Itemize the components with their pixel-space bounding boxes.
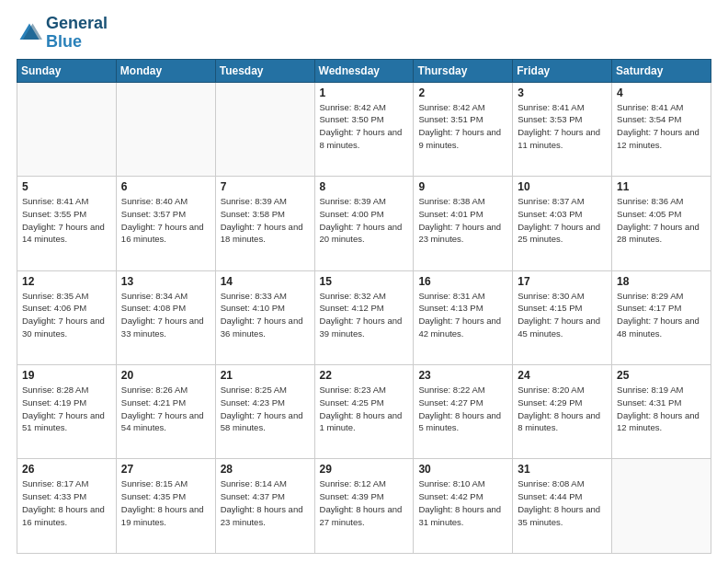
day-info: Sunrise: 8:40 AMSunset: 3:57 PMDaylight:… [121,195,210,246]
calendar-cell: 30Sunrise: 8:10 AMSunset: 4:42 PMDayligh… [414,459,513,554]
calendar-cell: 11Sunrise: 8:36 AMSunset: 4:05 PMDayligh… [612,177,711,270]
day-info: Sunrise: 8:32 AMSunset: 4:12 PMDaylight:… [320,290,409,340]
day-number: 30 [418,463,507,476]
day-info: Sunrise: 8:42 AMSunset: 3:51 PMDaylight:… [418,101,507,152]
calendar-cell [215,82,314,176]
calendar-cell: 10Sunrise: 8:37 AMSunset: 4:03 PMDayligh… [513,177,612,270]
day-number: 8 [320,180,409,193]
day-number: 3 [518,86,607,99]
calendar-cell: 1Sunrise: 8:42 AMSunset: 3:50 PMDaylight… [314,82,414,176]
day-number: 28 [221,463,310,476]
day-info: Sunrise: 8:26 AMSunset: 4:21 PMDaylight:… [121,384,210,434]
day-info: Sunrise: 8:38 AMSunset: 4:01 PMDaylight:… [418,195,507,246]
day-number: 27 [121,463,210,476]
weekday-header: Sunday [17,59,117,82]
day-info: Sunrise: 8:37 AMSunset: 4:03 PMDaylight:… [518,195,607,246]
day-number: 4 [617,86,706,99]
day-info: Sunrise: 8:31 AMSunset: 4:13 PMDaylight:… [418,290,507,340]
day-info: Sunrise: 8:23 AMSunset: 4:25 PMDaylight:… [320,384,409,434]
day-number: 22 [320,369,409,382]
day-info: Sunrise: 8:41 AMSunset: 3:55 PMDaylight:… [22,195,111,246]
day-info: Sunrise: 8:39 AMSunset: 3:58 PMDaylight:… [221,195,310,246]
day-number: 18 [617,275,706,288]
day-info: Sunrise: 8:22 AMSunset: 4:27 PMDaylight:… [418,384,507,434]
day-info: Sunrise: 8:25 AMSunset: 4:23 PMDaylight:… [221,384,310,434]
calendar-week-row: 26Sunrise: 8:17 AMSunset: 4:33 PMDayligh… [17,459,711,554]
calendar-cell [612,459,711,554]
calendar-cell: 18Sunrise: 8:29 AMSunset: 4:17 PMDayligh… [612,270,711,364]
weekday-header: Saturday [612,59,711,82]
day-number: 10 [518,180,607,193]
day-number: 9 [418,180,507,193]
calendar-cell: 27Sunrise: 8:15 AMSunset: 4:35 PMDayligh… [116,459,215,554]
day-number: 16 [418,275,507,288]
day-number: 17 [518,275,607,288]
weekday-header: Friday [513,59,612,82]
calendar-header-row: SundayMondayTuesdayWednesdayThursdayFrid… [17,59,711,82]
header: General Blue [17,15,711,52]
day-number: 14 [221,275,310,288]
calendar-cell: 3Sunrise: 8:41 AMSunset: 3:53 PMDaylight… [513,82,612,176]
calendar-cell: 14Sunrise: 8:33 AMSunset: 4:10 PMDayligh… [215,270,314,364]
day-number: 7 [221,180,310,193]
weekday-header: Monday [116,59,215,82]
calendar-cell: 6Sunrise: 8:40 AMSunset: 3:57 PMDaylight… [116,177,215,270]
calendar-cell: 19Sunrise: 8:28 AMSunset: 4:19 PMDayligh… [17,365,117,459]
day-info: Sunrise: 8:12 AMSunset: 4:39 PMDaylight:… [320,477,409,528]
day-info: Sunrise: 8:30 AMSunset: 4:15 PMDaylight:… [518,290,607,340]
calendar-cell: 9Sunrise: 8:38 AMSunset: 4:01 PMDaylight… [414,177,513,270]
day-info: Sunrise: 8:29 AMSunset: 4:17 PMDaylight:… [617,290,706,340]
calendar-cell: 23Sunrise: 8:22 AMSunset: 4:27 PMDayligh… [414,365,513,459]
weekday-header: Tuesday [215,59,314,82]
day-info: Sunrise: 8:36 AMSunset: 4:05 PMDaylight:… [617,195,706,246]
calendar-cell: 26Sunrise: 8:17 AMSunset: 4:33 PMDayligh… [17,459,117,554]
calendar-cell: 12Sunrise: 8:35 AMSunset: 4:06 PMDayligh… [17,270,117,364]
calendar-table: SundayMondayTuesdayWednesdayThursdayFrid… [17,59,711,554]
calendar-cell: 28Sunrise: 8:14 AMSunset: 4:37 PMDayligh… [215,459,314,554]
calendar-cell: 21Sunrise: 8:25 AMSunset: 4:23 PMDayligh… [215,365,314,459]
calendar-cell: 2Sunrise: 8:42 AMSunset: 3:51 PMDaylight… [414,82,513,176]
day-info: Sunrise: 8:14 AMSunset: 4:37 PMDaylight:… [221,477,310,528]
day-number: 25 [617,369,706,382]
day-info: Sunrise: 8:41 AMSunset: 3:53 PMDaylight:… [518,101,607,152]
calendar-cell: 25Sunrise: 8:19 AMSunset: 4:31 PMDayligh… [612,365,711,459]
day-number: 1 [320,86,409,99]
day-info: Sunrise: 8:17 AMSunset: 4:33 PMDaylight:… [22,477,111,528]
day-info: Sunrise: 8:41 AMSunset: 3:54 PMDaylight:… [617,101,706,152]
day-info: Sunrise: 8:28 AMSunset: 4:19 PMDaylight:… [22,384,111,434]
calendar-cell [17,82,117,176]
calendar-cell [116,82,215,176]
day-number: 5 [22,180,111,193]
day-info: Sunrise: 8:20 AMSunset: 4:29 PMDaylight:… [518,384,607,434]
calendar-cell: 7Sunrise: 8:39 AMSunset: 3:58 PMDaylight… [215,177,314,270]
calendar-cell: 13Sunrise: 8:34 AMSunset: 4:08 PMDayligh… [116,270,215,364]
day-info: Sunrise: 8:08 AMSunset: 4:44 PMDaylight:… [518,477,607,528]
day-number: 20 [121,369,210,382]
day-info: Sunrise: 8:39 AMSunset: 4:00 PMDaylight:… [320,195,409,246]
day-info: Sunrise: 8:42 AMSunset: 3:50 PMDaylight:… [320,101,409,152]
calendar-cell: 17Sunrise: 8:30 AMSunset: 4:15 PMDayligh… [513,270,612,364]
day-number: 15 [320,275,409,288]
weekday-header: Thursday [414,59,513,82]
day-number: 29 [320,463,409,476]
day-info: Sunrise: 8:33 AMSunset: 4:10 PMDaylight:… [221,290,310,340]
day-number: 23 [418,369,507,382]
calendar-cell: 20Sunrise: 8:26 AMSunset: 4:21 PMDayligh… [116,365,215,459]
calendar-cell: 16Sunrise: 8:31 AMSunset: 4:13 PMDayligh… [414,270,513,364]
logo-text: General Blue [46,15,108,52]
day-number: 26 [22,463,111,476]
calendar-cell: 22Sunrise: 8:23 AMSunset: 4:25 PMDayligh… [314,365,414,459]
day-info: Sunrise: 8:19 AMSunset: 4:31 PMDaylight:… [617,384,706,434]
weekday-header: Wednesday [314,59,414,82]
day-info: Sunrise: 8:15 AMSunset: 4:35 PMDaylight:… [121,477,210,528]
calendar-cell: 4Sunrise: 8:41 AMSunset: 3:54 PMDaylight… [612,82,711,176]
calendar-cell: 29Sunrise: 8:12 AMSunset: 4:39 PMDayligh… [314,459,414,554]
calendar-week-row: 1Sunrise: 8:42 AMSunset: 3:50 PMDaylight… [17,82,711,176]
day-number: 24 [518,369,607,382]
day-number: 19 [22,369,111,382]
calendar-cell: 5Sunrise: 8:41 AMSunset: 3:55 PMDaylight… [17,177,117,270]
calendar-week-row: 19Sunrise: 8:28 AMSunset: 4:19 PMDayligh… [17,365,711,459]
calendar-week-row: 12Sunrise: 8:35 AMSunset: 4:06 PMDayligh… [17,270,711,364]
day-number: 12 [22,275,111,288]
day-number: 31 [518,463,607,476]
